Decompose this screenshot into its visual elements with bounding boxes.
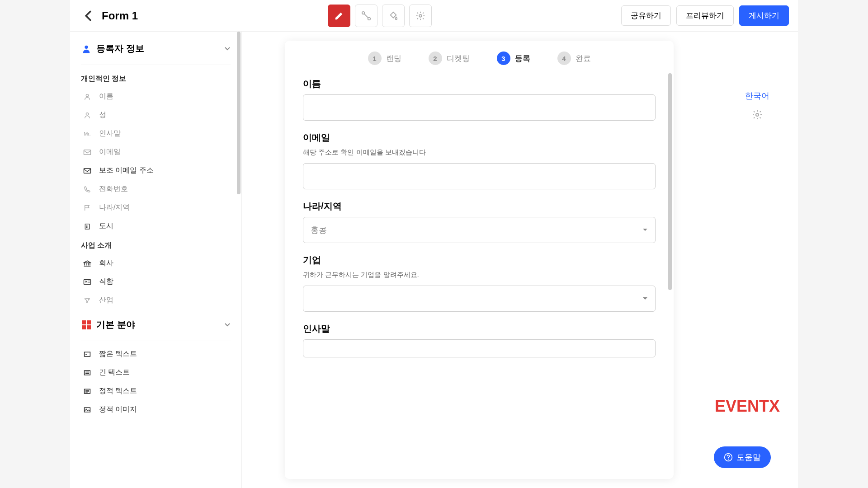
step-register[interactable]: 3 등록 xyxy=(497,52,530,65)
field-label: 회사 xyxy=(99,258,113,268)
field-label: 정적 텍스트 xyxy=(99,386,137,396)
sidebar-item-static-text[interactable]: 정적 텍스트 xyxy=(70,382,241,400)
field-label: 성 xyxy=(99,110,106,120)
tool-edit-button[interactable] xyxy=(328,5,350,27)
caret-down-icon xyxy=(642,228,648,232)
email-input[interactable] xyxy=(303,163,656,189)
svg-point-10 xyxy=(85,281,87,282)
chevron-down-icon xyxy=(224,323,231,327)
company-select[interactable] xyxy=(303,286,656,312)
sidebar-item-long-text[interactable]: 긴 텍스트 xyxy=(70,363,241,382)
network-icon xyxy=(81,297,94,304)
person-icon xyxy=(81,43,92,54)
sidebar-item-company[interactable]: 회사 xyxy=(70,254,241,272)
back-button[interactable] xyxy=(79,7,97,25)
field-group-company: 기업 귀하가 근무하시는 기업을 알려주세요. xyxy=(303,254,656,312)
section-label-business: 사업 소개 xyxy=(70,235,241,254)
field-group-country: 나라/지역 홍콩 xyxy=(303,200,656,243)
svg-point-18 xyxy=(85,408,86,409)
field-label: 나라/지역 xyxy=(99,203,130,212)
building-icon xyxy=(81,223,94,230)
id-card-icon xyxy=(81,279,94,285)
header: Form 1 공유하기 프리뷰하기 게시하기 xyxy=(70,0,798,32)
person-outline-icon xyxy=(81,93,94,100)
sidebar-scrollbar[interactable] xyxy=(237,32,241,194)
company-label: 기업 xyxy=(303,254,656,266)
sidebar-item-last-name[interactable]: 성 xyxy=(70,106,241,124)
salutation-input[interactable] xyxy=(303,339,656,357)
step-complete[interactable]: 4 완료 xyxy=(557,52,591,65)
section-label-personal: 개인적인 정보 xyxy=(70,69,241,87)
field-label: 정적 이미지 xyxy=(99,405,137,414)
sidebar-item-city[interactable]: 도시 xyxy=(70,217,241,235)
sidebar-item-short-text[interactable]: 짧은 텍스트 xyxy=(70,345,241,363)
rail-settings-button[interactable] xyxy=(726,109,789,120)
field-label: 도시 xyxy=(99,221,113,231)
sidebar-section-registrant[interactable]: 등록자 정보 xyxy=(70,36,241,61)
caret-down-icon xyxy=(642,297,648,300)
svg-rect-6 xyxy=(84,150,91,155)
person-outline-icon xyxy=(81,112,94,119)
step-number: 1 xyxy=(368,52,382,65)
field-label: 긴 텍스트 xyxy=(99,368,130,377)
help-icon xyxy=(724,453,733,462)
sidebar-item-static-image[interactable]: 정적 이미지 xyxy=(70,400,241,419)
sidebar-item-email[interactable]: 이메일 xyxy=(70,143,241,161)
mail-icon xyxy=(81,168,94,174)
form-scrollbar[interactable] xyxy=(668,73,672,290)
mr-icon: Mr. xyxy=(81,131,94,136)
page-title: Form 1 xyxy=(102,9,138,22)
stepper: 1 랜딩 2 티켓팅 3 등록 4 완료 xyxy=(285,41,674,73)
field-label: 이름 xyxy=(99,92,113,101)
field-label: 짧은 텍스트 xyxy=(99,349,137,359)
tool-flow-button[interactable] xyxy=(355,5,377,27)
sidebar-item-salutation[interactable]: Mr. 인사말 xyxy=(70,124,241,143)
sidebar-item-first-name[interactable]: 이름 xyxy=(70,87,241,106)
sidebar-item-country[interactable]: 나라/지역 xyxy=(70,198,241,217)
tool-settings-button[interactable] xyxy=(409,5,432,27)
section-title: 기본 분야 xyxy=(96,319,224,331)
company-help: 귀하가 근무하시는 기업을 알려주세요. xyxy=(303,271,656,279)
step-landing[interactable]: 1 랜딩 xyxy=(368,52,401,65)
name-input[interactable] xyxy=(303,94,656,121)
gear-icon xyxy=(415,11,425,21)
long-text-icon xyxy=(81,370,94,376)
sidebar-item-phone[interactable]: 전화번호 xyxy=(70,180,241,198)
sidebar: 등록자 정보 개인적인 정보 이름 성 Mr. 인사말 이메일 xyxy=(70,32,242,488)
publish-button[interactable]: 게시하기 xyxy=(739,5,789,26)
preview-button[interactable]: 프리뷰하기 xyxy=(676,5,734,26)
toolbar xyxy=(138,5,621,27)
field-label: 직함 xyxy=(99,277,113,286)
right-rail: 한국어 xyxy=(717,32,798,488)
svg-point-19 xyxy=(756,113,759,116)
field-label: 전화번호 xyxy=(99,184,128,194)
step-label: 완료 xyxy=(576,53,591,64)
sidebar-item-title[interactable]: 직함 xyxy=(70,272,241,291)
short-text-icon xyxy=(81,351,94,357)
step-ticketing[interactable]: 2 티켓팅 xyxy=(429,52,470,65)
tool-theme-button[interactable] xyxy=(382,5,405,27)
step-label: 등록 xyxy=(515,53,530,64)
svg-point-13 xyxy=(87,301,88,303)
country-label: 나라/지역 xyxy=(303,200,656,212)
sidebar-section-basic-fields[interactable]: 기본 분야 xyxy=(70,312,241,337)
svg-point-3 xyxy=(85,45,88,48)
country-value: 홍콩 xyxy=(311,225,327,235)
language-selector[interactable]: 한국어 xyxy=(726,90,789,101)
share-button[interactable]: 공유하기 xyxy=(621,5,671,26)
step-label: 랜딩 xyxy=(386,53,401,64)
sidebar-item-secondary-email[interactable]: 보조 이메일 주소 xyxy=(70,161,241,180)
help-button[interactable]: 도움말 xyxy=(714,446,771,468)
divider xyxy=(81,341,231,341)
bank-icon xyxy=(81,260,94,267)
email-help: 해당 주소로 확인 이메일을 보내겠습니다 xyxy=(303,148,656,157)
country-select[interactable]: 홍콩 xyxy=(303,217,656,243)
static-text-icon xyxy=(81,388,94,394)
field-label: 보조 이메일 주소 xyxy=(99,166,154,175)
salutation-label: 인사말 xyxy=(303,323,656,335)
main-area: 1 랜딩 2 티켓팅 3 등록 4 완료 xyxy=(242,32,717,488)
field-label: 산업 xyxy=(99,296,113,305)
paint-icon xyxy=(388,11,398,21)
sidebar-item-industry[interactable]: 산업 xyxy=(70,291,241,310)
name-label: 이름 xyxy=(303,78,656,90)
